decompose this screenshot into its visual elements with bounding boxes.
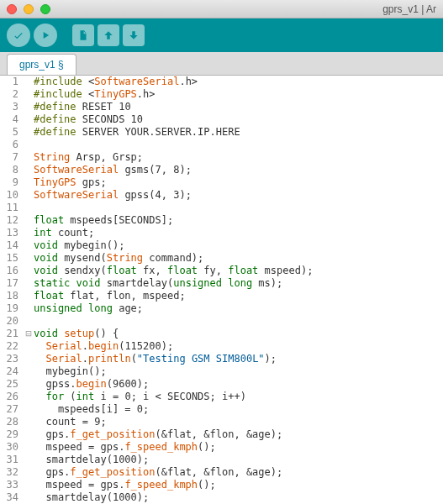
save-button[interactable] bbox=[123, 24, 145, 46]
code-content[interactable]: #define SECONDS 10 bbox=[34, 113, 443, 126]
code-content[interactable]: TinyGPS gps; bbox=[34, 176, 443, 189]
fold-icon bbox=[24, 227, 34, 239]
code-content[interactable]: #define SERVER YOUR.SERVER.IP.HERE bbox=[34, 126, 443, 139]
code-line[interactable]: 33 mspeed = gps.f_speed_kmph(); bbox=[0, 479, 443, 491]
code-line[interactable]: 16void sendxy(float fx, float fy, float … bbox=[0, 265, 443, 277]
code-content[interactable]: String Arsp, Grsp; bbox=[34, 151, 443, 164]
code-line[interactable]: 17static void smartdelay(unsigned long m… bbox=[0, 277, 443, 290]
code-content[interactable] bbox=[34, 202, 443, 214]
code-content[interactable]: Serial.println("Testing GSM SIM800L"); bbox=[34, 353, 443, 365]
code-line[interactable]: 15void mysend(String command); bbox=[0, 252, 443, 265]
line-number: 17 bbox=[0, 277, 24, 290]
line-number: 3 bbox=[0, 101, 24, 113]
code-content[interactable]: float mspeeds[SECONDS]; bbox=[34, 214, 443, 227]
code-line[interactable]: 10SoftwareSerial gpss(4, 3); bbox=[0, 189, 443, 202]
fold-icon[interactable]: ⊟ bbox=[24, 328, 34, 340]
code-line[interactable]: 12float mspeeds[SECONDS]; bbox=[0, 214, 443, 227]
code-line[interactable]: 8SoftwareSerial gsms(7, 8); bbox=[0, 164, 443, 176]
code-content[interactable]: gps.f_get_position(&flat, &flon, &age); bbox=[34, 466, 443, 479]
line-number: 12 bbox=[0, 214, 24, 227]
code-line[interactable]: 19unsigned long age; bbox=[0, 302, 443, 315]
line-number: 30 bbox=[0, 441, 24, 454]
line-number: 28 bbox=[0, 416, 24, 428]
open-button[interactable] bbox=[98, 24, 119, 46]
code-content[interactable]: SoftwareSerial gsms(7, 8); bbox=[34, 164, 443, 176]
line-number: 11 bbox=[0, 202, 24, 214]
code-content[interactable]: SoftwareSerial gpss(4, 3); bbox=[34, 189, 443, 202]
fold-icon bbox=[24, 491, 34, 504]
line-number: 7 bbox=[0, 151, 24, 164]
code-content[interactable]: void mysend(String command); bbox=[34, 252, 443, 265]
toolbar bbox=[0, 18, 443, 52]
maximize-icon[interactable] bbox=[40, 4, 50, 14]
code-content[interactable]: mspeed = gps.f_speed_kmph(); bbox=[34, 441, 443, 454]
code-line[interactable]: 2#include <TinyGPS.h> bbox=[0, 88, 443, 101]
close-icon[interactable] bbox=[7, 4, 17, 14]
code-content[interactable]: void setup() { bbox=[34, 328, 443, 340]
code-line[interactable]: 4#define SECONDS 10 bbox=[0, 113, 443, 126]
code-content[interactable]: count = 9; bbox=[34, 416, 443, 428]
code-content[interactable]: #define RESET 10 bbox=[34, 101, 443, 113]
fold-icon bbox=[24, 265, 34, 277]
code-content[interactable]: gps.f_get_position(&flat, &flon, &age); bbox=[34, 428, 443, 441]
arrow-down-icon bbox=[128, 29, 140, 41]
code-line[interactable]: 9TinyGPS gps; bbox=[0, 176, 443, 189]
code-line[interactable]: 28 count = 9; bbox=[0, 416, 443, 428]
code-line[interactable]: 26 for (int i = 0; i < SECONDS; i++) bbox=[0, 391, 443, 403]
code-content[interactable] bbox=[34, 139, 443, 151]
minimize-icon[interactable] bbox=[24, 4, 34, 14]
code-line[interactable]: 21⊟void setup() { bbox=[0, 328, 443, 340]
code-content[interactable]: void sendxy(float fx, float fy, float ms… bbox=[34, 265, 443, 277]
code-line[interactable]: 7String Arsp, Grsp; bbox=[0, 151, 443, 164]
tab-active[interactable]: gprs_v1 § bbox=[7, 54, 76, 75]
code-line[interactable]: 29 gps.f_get_position(&flat, &flon, &age… bbox=[0, 428, 443, 441]
line-number: 5 bbox=[0, 126, 24, 139]
code-content[interactable]: float flat, flon, mspeed; bbox=[34, 290, 443, 302]
code-content[interactable]: void mybegin(); bbox=[34, 239, 443, 252]
code-line[interactable]: 20 bbox=[0, 315, 443, 328]
code-content[interactable]: gpss.begin(9600); bbox=[34, 378, 443, 391]
code-content[interactable]: static void smartdelay(unsigned long ms)… bbox=[34, 277, 443, 290]
code-line[interactable]: 24 mybegin(); bbox=[0, 365, 443, 378]
fold-icon bbox=[24, 466, 34, 479]
code-line[interactable]: 32 gps.f_get_position(&flat, &flon, &age… bbox=[0, 466, 443, 479]
code-content[interactable]: mybegin(); bbox=[34, 365, 443, 378]
fold-icon bbox=[24, 214, 34, 227]
code-content[interactable]: for (int i = 0; i < SECONDS; i++) bbox=[34, 391, 443, 403]
line-number: 32 bbox=[0, 466, 24, 479]
code-line[interactable]: 5#define SERVER YOUR.SERVER.IP.HERE bbox=[0, 126, 443, 139]
code-content[interactable] bbox=[34, 315, 443, 328]
fold-icon bbox=[24, 290, 34, 302]
new-button[interactable] bbox=[72, 24, 94, 46]
code-content[interactable]: int count; bbox=[34, 227, 443, 239]
code-line[interactable]: 13int count; bbox=[0, 227, 443, 239]
fold-icon bbox=[24, 176, 34, 189]
code-line[interactable]: 30 mspeed = gps.f_speed_kmph(); bbox=[0, 441, 443, 454]
code-line[interactable]: 23 Serial.println("Testing GSM SIM800L")… bbox=[0, 353, 443, 365]
code-line[interactable]: 6 bbox=[0, 139, 443, 151]
code-content[interactable]: unsigned long age; bbox=[34, 302, 443, 315]
code-content[interactable]: #include <TinyGPS.h> bbox=[34, 88, 443, 101]
upload-button[interactable] bbox=[34, 24, 57, 47]
code-line[interactable]: 14void mybegin(); bbox=[0, 239, 443, 252]
code-line[interactable]: 22 Serial.begin(115200); bbox=[0, 340, 443, 353]
code-content[interactable]: #include <SoftwareSerial.h> bbox=[34, 76, 443, 88]
code-line[interactable]: 1#include <SoftwareSerial.h> bbox=[0, 76, 443, 88]
code-line[interactable]: 3#define RESET 10 bbox=[0, 101, 443, 113]
code-line[interactable]: 25 gpss.begin(9600); bbox=[0, 378, 443, 391]
code-line[interactable]: 31 smartdelay(1000); bbox=[0, 454, 443, 466]
code-content[interactable]: smartdelay(1000); bbox=[34, 491, 443, 504]
line-number: 19 bbox=[0, 302, 24, 315]
fold-icon bbox=[24, 252, 34, 265]
code-line[interactable]: 27 mspeeds[i] = 0; bbox=[0, 403, 443, 416]
code-line[interactable]: 34 smartdelay(1000); bbox=[0, 491, 443, 504]
code-content[interactable]: Serial.begin(115200); bbox=[34, 340, 443, 353]
code-content[interactable]: mspeed = gps.f_speed_kmph(); bbox=[34, 479, 443, 491]
code-content[interactable]: smartdelay(1000); bbox=[34, 454, 443, 466]
code-line[interactable]: 11 bbox=[0, 202, 443, 214]
code-content[interactable]: mspeeds[i] = 0; bbox=[34, 403, 443, 416]
verify-button[interactable] bbox=[7, 24, 30, 47]
code-line[interactable]: 18float flat, flon, mspeed; bbox=[0, 290, 443, 302]
code-editor[interactable]: 1#include <SoftwareSerial.h>2#include <T… bbox=[0, 76, 443, 504]
fold-icon bbox=[24, 113, 34, 126]
